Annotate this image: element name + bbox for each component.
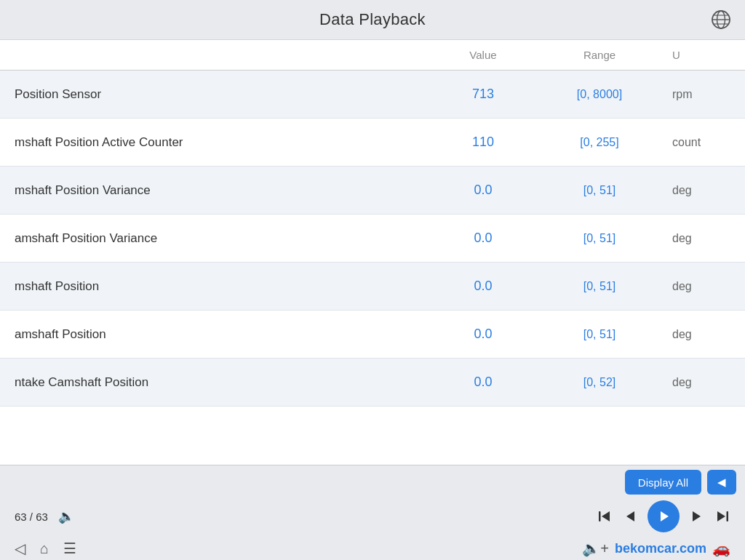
volume-nav-icon[interactable]: 🔈+ xyxy=(582,540,609,557)
cell-unit: deg xyxy=(658,263,745,311)
brand-label: bekomcar.com xyxy=(615,541,706,556)
cell-value: 0.0 xyxy=(425,359,541,407)
cell-value: 713 xyxy=(425,71,541,119)
cell-range: [0, 51] xyxy=(541,167,658,215)
car-icon: 🚗 xyxy=(712,540,730,557)
cell-unit: rpm xyxy=(658,71,745,119)
cell-range: [0, 51] xyxy=(541,263,658,311)
brand-area: 🔈+ bekomcar.com 🚗 xyxy=(582,540,730,557)
cell-name: ntake Camshaft Position xyxy=(0,359,425,407)
cell-value: 110 xyxy=(425,119,541,167)
data-table-container: Value Range U Position Sensor713[0, 8000… xyxy=(0,40,745,465)
playback-controls: 63 / 63 🔈 xyxy=(0,495,745,540)
cell-name: mshaft Position Active Counter xyxy=(0,119,425,167)
transport-buttons xyxy=(597,500,730,532)
cell-name: amshaft Position xyxy=(0,311,425,359)
svg-rect-10 xyxy=(727,511,729,521)
cell-unit: deg xyxy=(658,311,745,359)
bottom-bar: Display All ◀ 63 / 63 🔈 xyxy=(0,465,745,560)
col-header-unit: U xyxy=(658,40,745,71)
table-row: mshaft Position Variance0.0[0, 51]deg xyxy=(0,167,745,215)
table-row: ntake Camshaft Position0.0[0, 52]deg xyxy=(0,359,745,407)
table-body: Position Sensor713[0, 8000]rpmmshaft Pos… xyxy=(0,71,745,407)
table-row: mshaft Position0.0[0, 51]deg xyxy=(0,263,745,311)
cell-range: [0, 51] xyxy=(541,311,658,359)
cell-name: mshaft Position xyxy=(0,263,425,311)
volume-icon[interactable]: 🔈 xyxy=(58,508,74,524)
page-title: Data Playback xyxy=(319,10,426,29)
table-row: Position Sensor713[0, 8000]rpm xyxy=(0,71,745,119)
cell-value: 0.0 xyxy=(425,311,541,359)
cell-value: 0.0 xyxy=(425,167,541,215)
next-frame-button[interactable] xyxy=(690,509,704,524)
cell-unit: deg xyxy=(658,215,745,263)
globe-icon[interactable] xyxy=(709,7,733,32)
cell-name: mshaft Position Variance xyxy=(0,167,425,215)
header: Data Playback xyxy=(0,0,745,40)
table-row: amshaft Position Variance0.0[0, 51]deg xyxy=(0,215,745,263)
cell-unit: deg xyxy=(658,359,745,407)
extra-action-button[interactable]: ◀ xyxy=(707,470,736,495)
skip-end-button[interactable] xyxy=(714,508,730,524)
system-nav: ◁ ⌂ ☰ 🔈+ bekomcar.com 🚗 xyxy=(0,540,745,560)
cell-unit: deg xyxy=(658,167,745,215)
cell-name: Position Sensor xyxy=(0,71,425,119)
menu-icon[interactable]: ☰ xyxy=(63,540,76,557)
col-header-range: Range xyxy=(541,40,658,71)
display-all-row: Display All ◀ xyxy=(0,465,745,495)
left-controls: 63 / 63 🔈 xyxy=(15,508,102,524)
svg-marker-7 xyxy=(626,511,634,521)
svg-marker-8 xyxy=(661,511,669,521)
cell-range: [0, 51] xyxy=(541,215,658,263)
svg-rect-5 xyxy=(599,511,601,521)
cell-value: 0.0 xyxy=(425,263,541,311)
home-icon[interactable]: ⌂ xyxy=(40,540,49,557)
svg-marker-9 xyxy=(693,511,701,521)
table-header-row: Value Range U xyxy=(0,40,745,71)
cell-name: amshaft Position Variance xyxy=(0,215,425,263)
col-header-value: Value xyxy=(425,40,541,71)
cell-range: [0, 8000] xyxy=(541,71,658,119)
table-row: amshaft Position0.0[0, 51]deg xyxy=(0,311,745,359)
skip-start-button[interactable] xyxy=(597,508,613,524)
data-table: Value Range U Position Sensor713[0, 8000… xyxy=(0,40,745,407)
svg-marker-6 xyxy=(602,511,610,521)
display-all-button[interactable]: Display All xyxy=(625,470,701,495)
nav-icons-left: ◁ ⌂ ☰ xyxy=(15,540,76,557)
table-row: mshaft Position Active Counter110[0, 255… xyxy=(0,119,745,167)
svg-marker-11 xyxy=(717,511,725,521)
cell-range: [0, 255] xyxy=(541,119,658,167)
cell-range: [0, 52] xyxy=(541,359,658,407)
cell-value: 0.0 xyxy=(425,215,541,263)
play-button[interactable] xyxy=(648,500,680,532)
cell-unit: count xyxy=(658,119,745,167)
col-header-name xyxy=(0,40,425,71)
back-icon[interactable]: ◁ xyxy=(15,540,25,557)
prev-frame-button[interactable] xyxy=(623,509,637,524)
frame-counter: 63 / 63 xyxy=(15,511,51,523)
